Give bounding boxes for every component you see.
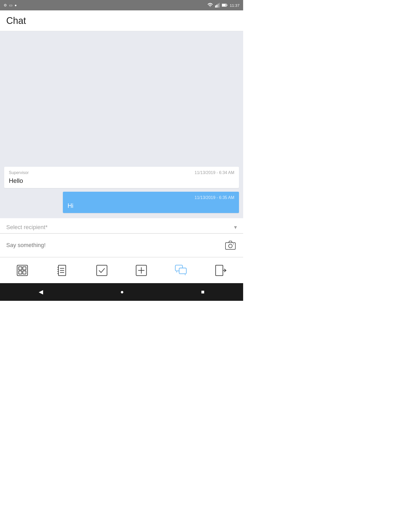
svg-rect-23 [97, 265, 107, 276]
sim-icon: ▭ [9, 3, 12, 7]
message-sent: 11/13/2019 - 6:35 AM Hi [63, 192, 239, 213]
recipient-selector[interactable]: Select recipient* ▾ [0, 218, 243, 234]
svg-point-8 [229, 244, 232, 248]
message-received: Supervisor 11/13/2019 - 6:34 AM Hello [4, 167, 239, 188]
signal-icon [215, 3, 220, 8]
chevron-down-icon: ▾ [234, 224, 237, 231]
home-button[interactable]: ● [115, 287, 129, 297]
sent-msg-text: Hi [68, 202, 234, 209]
svg-rect-13 [19, 271, 22, 274]
status-bar: ⚙ ▭ ● 11:37 [0, 0, 243, 10]
android-nav: ◀ ● ■ [0, 283, 243, 301]
status-bar-right: 11:37 [207, 3, 240, 8]
svg-rect-1 [216, 5, 217, 8]
recipient-label: Select recipient* [6, 224, 48, 231]
status-bar-left: ⚙ ▭ ● [4, 3, 17, 7]
message-input-row [0, 234, 243, 257]
circle-icon: ● [15, 3, 17, 7]
add-icon [135, 264, 148, 277]
svg-rect-12 [23, 267, 26, 270]
chat-active-icon [175, 264, 187, 277]
svg-rect-14 [23, 271, 26, 274]
svg-rect-7 [225, 243, 235, 249]
exit-icon [215, 264, 227, 277]
back-button[interactable]: ◀ [34, 287, 48, 297]
clock: 11:37 [230, 3, 240, 8]
svg-rect-2 [218, 4, 219, 8]
received-msg-text: Hello [9, 177, 234, 184]
svg-rect-5 [222, 4, 226, 6]
message-input[interactable] [6, 242, 224, 249]
sent-msg-timestamp: 11/13/2019 - 6:35 AM [68, 195, 234, 200]
nav-check-button[interactable] [94, 262, 110, 279]
nav-notebook-button[interactable] [54, 262, 70, 279]
nav-grid-button[interactable] [14, 262, 31, 279]
camera-icon [225, 240, 236, 250]
check-icon [96, 264, 108, 277]
nav-chat-button[interactable] [173, 262, 189, 279]
battery-icon [222, 3, 228, 7]
input-area: Select recipient* ▾ [0, 218, 243, 257]
grid-icon [16, 264, 29, 277]
svg-rect-3 [219, 3, 220, 8]
camera-button[interactable] [224, 239, 237, 251]
wifi-icon [207, 3, 213, 8]
svg-rect-11 [19, 267, 22, 270]
svg-rect-31 [216, 265, 223, 276]
nav-add-button[interactable] [133, 262, 150, 279]
app-bar: Chat [0, 10, 243, 31]
svg-rect-0 [215, 5, 216, 8]
bottom-nav [0, 257, 243, 283]
msg-sender: Supervisor [9, 170, 29, 175]
svg-rect-29 [179, 268, 187, 274]
nav-exit-button[interactable] [212, 262, 229, 279]
app-title: Chat [6, 15, 26, 26]
received-msg-header: Supervisor 11/13/2019 - 6:34 AM [9, 170, 234, 175]
chat-area: Supervisor 11/13/2019 - 6:34 AM Hello 11… [0, 31, 243, 218]
svg-point-9 [233, 244, 234, 244]
svg-rect-6 [227, 5, 228, 6]
received-msg-timestamp: 11/13/2019 - 6:34 AM [195, 170, 234, 175]
recents-button[interactable]: ■ [196, 287, 210, 297]
settings-icon: ⚙ [4, 3, 7, 7]
notebook-icon [56, 264, 68, 277]
